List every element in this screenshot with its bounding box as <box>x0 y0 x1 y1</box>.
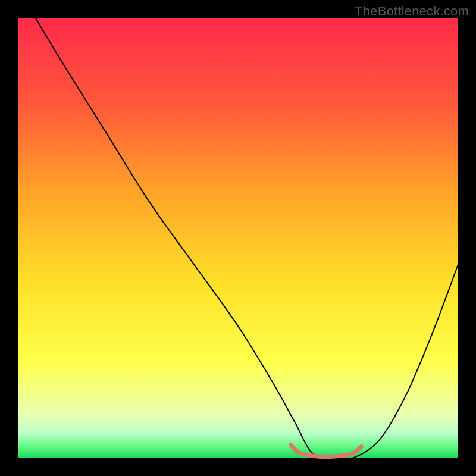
bottleneck-chart <box>0 0 476 476</box>
chart-container: TheBottleneck.com <box>0 0 476 476</box>
plot-background <box>18 18 458 458</box>
watermark-text: TheBottleneck.com <box>355 4 469 19</box>
